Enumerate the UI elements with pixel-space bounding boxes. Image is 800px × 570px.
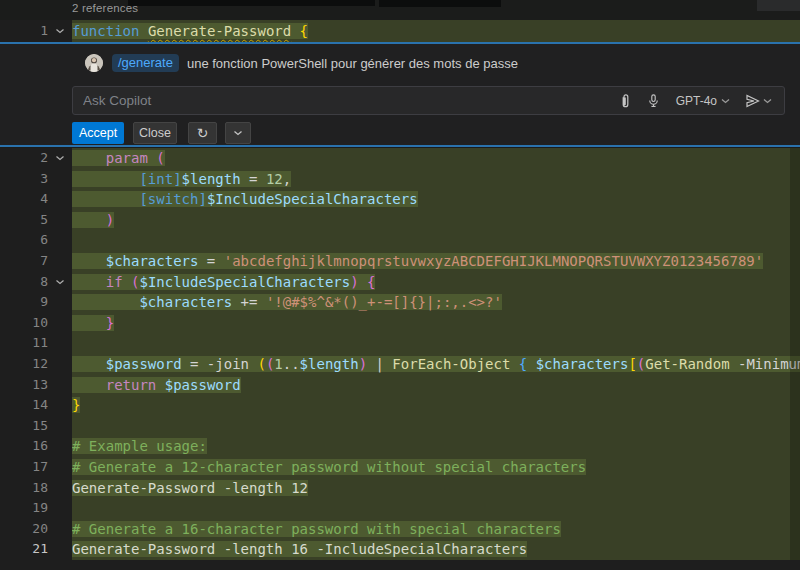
code-line[interactable]: 12 $password = -join ((1..$length) | For… bbox=[0, 354, 800, 375]
code-line[interactable]: 15 bbox=[0, 416, 800, 437]
user-avatar bbox=[85, 54, 103, 72]
code-line[interactable]: 3 [int]$length = 12, bbox=[0, 169, 800, 190]
code-token: $password bbox=[165, 377, 241, 393]
code-line[interactable]: 4 [switch]$IncludeSpecialCharacters bbox=[0, 189, 800, 210]
line-number: 16 bbox=[0, 436, 48, 457]
ask-copilot-input[interactable] bbox=[73, 93, 614, 108]
code-line[interactable]: 8 if ($IncludeSpecialCharacters) { bbox=[0, 272, 800, 293]
code-line-content[interactable]: if ($IncludeSpecialCharacters) { bbox=[72, 272, 800, 293]
code-line[interactable]: 18Generate-Password -length 12 bbox=[0, 478, 800, 499]
code-line-content[interactable]: [int]$length = 12, bbox=[72, 169, 800, 190]
code-line-content[interactable]: # Example usage: bbox=[72, 436, 800, 457]
code-line[interactable]: 9 $characters += '!@#$%^&*()_+-=[]{}|;:,… bbox=[0, 292, 800, 313]
code-token: += bbox=[232, 294, 266, 310]
code-line-content[interactable]: Generate-Password -length 16 -IncludeSpe… bbox=[72, 539, 800, 560]
editor-top-strip: 2 references bbox=[0, 0, 800, 20]
inserted-code-text: function Generate-Password { bbox=[72, 23, 308, 39]
line-number: 8 bbox=[0, 272, 48, 293]
gutter: 1 bbox=[0, 20, 72, 42]
code-line-content[interactable]: Generate-Password -length 12 bbox=[72, 478, 800, 499]
code-line-content[interactable] bbox=[72, 416, 800, 437]
chat-action-buttons: Accept Close ↻ bbox=[72, 122, 251, 144]
code-line-content[interactable]: } bbox=[72, 313, 800, 334]
line-number: 12 bbox=[0, 354, 48, 375]
inserted-code-text: $characters = 'abcdefghijklmnopqrstuvwxy… bbox=[72, 253, 763, 269]
code-line[interactable]: 6 bbox=[0, 230, 800, 251]
code-token bbox=[72, 315, 106, 331]
fold-spacer bbox=[48, 189, 72, 210]
code-line-content[interactable]: } bbox=[72, 395, 800, 416]
send-options-chevron-icon[interactable] bbox=[763, 97, 772, 105]
code-line[interactable]: 10 } bbox=[0, 313, 800, 334]
fold-chevron-icon[interactable] bbox=[48, 148, 72, 169]
code-token bbox=[72, 356, 106, 372]
code-token: Get-Random bbox=[645, 356, 729, 372]
line-number: 11 bbox=[0, 333, 48, 354]
code-token bbox=[72, 253, 106, 269]
send-icon[interactable] bbox=[744, 93, 761, 109]
code-line[interactable]: 2 param ( bbox=[0, 148, 800, 169]
inserted-code-text: # Example usage: bbox=[72, 438, 207, 454]
code-line-content[interactable]: $password = -join ((1..$length) | ForEac… bbox=[72, 354, 800, 375]
code-token: # Generate a 12-character password witho… bbox=[72, 459, 586, 475]
code-line[interactable]: 13 return $password bbox=[0, 375, 800, 396]
send-button-group[interactable] bbox=[740, 91, 776, 111]
inserted-code-text: param ( bbox=[72, 150, 165, 166]
attach-paperclip-icon[interactable] bbox=[614, 90, 638, 112]
code-line-content[interactable]: $characters += '!@#$%^&*()_+-=[]{}|;:,.<… bbox=[72, 292, 800, 313]
code-token bbox=[72, 274, 106, 290]
code-token: # Example usage: bbox=[72, 438, 207, 454]
code-line[interactable]: 19 bbox=[0, 498, 800, 519]
inserted-code-text: $password = -join ((1..$length) | ForEac… bbox=[72, 356, 800, 372]
code-line[interactable]: 21Generate-Password -length 16 -IncludeS… bbox=[0, 539, 800, 560]
gutter: 14 bbox=[0, 395, 72, 416]
gutter: 8 bbox=[0, 272, 72, 293]
chat-input-actions: GPT-4o bbox=[614, 90, 784, 112]
code-line-content[interactable]: return $password bbox=[72, 375, 800, 396]
code-line[interactable]: 17# Generate a 12-character password wit… bbox=[0, 457, 800, 478]
code-line-content[interactable]: # Generate a 16-character password with … bbox=[72, 519, 800, 540]
code-line-content[interactable]: $characters = 'abcdefghijklmnopqrstuvwxy… bbox=[72, 251, 800, 272]
code-token: { bbox=[519, 356, 527, 372]
line-number: 7 bbox=[0, 251, 48, 272]
fold-chevron-icon[interactable] bbox=[48, 20, 72, 42]
accept-button[interactable]: Accept bbox=[72, 122, 124, 144]
fold-spacer bbox=[48, 457, 72, 478]
code-token: $characters bbox=[536, 356, 629, 372]
fold-spacer bbox=[48, 230, 72, 251]
code-line-content[interactable]: ) bbox=[72, 210, 800, 231]
model-picker-dropdown[interactable]: GPT-4o bbox=[670, 92, 736, 110]
close-button[interactable]: Close bbox=[133, 122, 177, 144]
line-number: 3 bbox=[0, 169, 48, 190]
code-line[interactable]: 14} bbox=[0, 395, 800, 416]
chat-input-box: GPT-4o bbox=[72, 86, 785, 115]
code-token: [ bbox=[628, 356, 636, 372]
code-line[interactable]: 5 ) bbox=[0, 210, 800, 231]
rerun-icon-button[interactable]: ↻ bbox=[188, 122, 217, 144]
code-line-content[interactable] bbox=[72, 333, 800, 354]
code-line[interactable]: 11 bbox=[0, 333, 800, 354]
code-line[interactable]: 7 $characters = 'abcdefghijklmnopqrstuvw… bbox=[0, 251, 800, 272]
codelens-references[interactable]: 2 references bbox=[72, 2, 138, 14]
code-line-content[interactable] bbox=[72, 230, 800, 251]
code-line[interactable]: 20# Generate a 16-character password wit… bbox=[0, 519, 800, 540]
microphone-icon[interactable] bbox=[642, 90, 666, 112]
inserted-code-text: $characters += '!@#$%^&*()_+-=[]{}|;:,.<… bbox=[72, 294, 502, 310]
fold-chevron-icon[interactable] bbox=[48, 272, 72, 293]
code-line[interactable]: 1function Generate-Password { bbox=[0, 20, 800, 42]
code-line-content[interactable]: param ( bbox=[72, 148, 800, 169]
code-line-content[interactable]: [switch]$IncludeSpecialCharacters bbox=[72, 189, 800, 210]
code-line-content[interactable]: # Generate a 12-character password witho… bbox=[72, 457, 800, 478]
code-line[interactable]: 16# Example usage: bbox=[0, 436, 800, 457]
editor-scrollbar[interactable] bbox=[790, 148, 800, 560]
inserted-code-text: # Generate a 12-character password witho… bbox=[72, 459, 586, 475]
inserted-code-text: } bbox=[72, 397, 80, 413]
code-token: ) bbox=[359, 356, 367, 372]
gutter: 2 bbox=[0, 148, 72, 169]
line-number: 6 bbox=[0, 230, 48, 251]
more-options-dropdown-button[interactable] bbox=[225, 122, 251, 144]
code-line-content[interactable]: function Generate-Password { bbox=[72, 20, 800, 42]
fold-spacer bbox=[48, 210, 72, 231]
code-line-content[interactable] bbox=[72, 498, 800, 519]
gutter: 15 bbox=[0, 416, 72, 437]
